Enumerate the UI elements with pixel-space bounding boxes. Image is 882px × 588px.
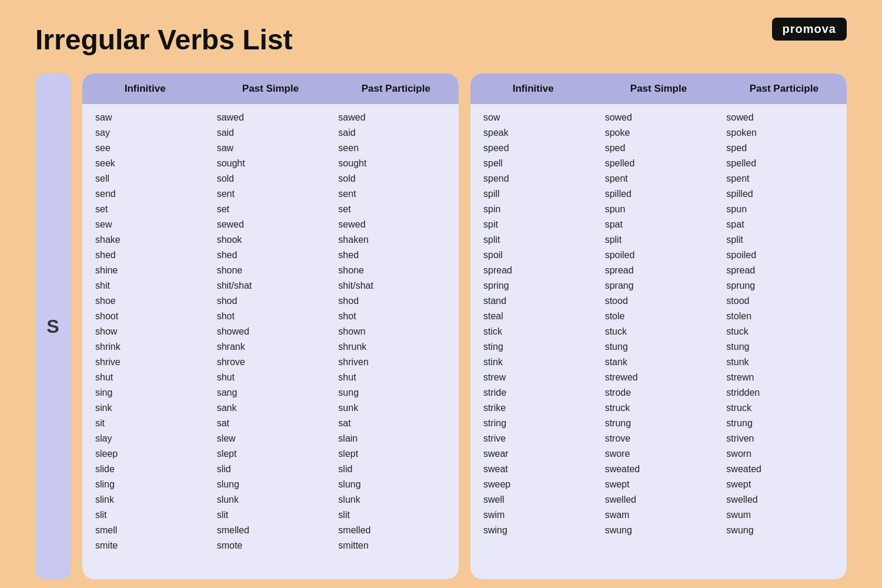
table-cell: spun [598, 202, 720, 217]
table-cell: send [88, 186, 210, 202]
table-cell: seen [331, 141, 453, 156]
table-cell: spelled [598, 156, 720, 171]
table1-col-infinitive: Infinitive [82, 74, 208, 104]
table-cell: sank [210, 400, 332, 416]
table-cell: slit [331, 507, 453, 523]
table-cell: speak [476, 125, 598, 141]
table-row: sweepsweptswept [476, 477, 841, 492]
table-cell: spread [476, 263, 598, 278]
table-cell: strewed [598, 370, 720, 385]
table-row: sweatsweatedsweated [476, 462, 841, 477]
table-cell: split [476, 232, 598, 248]
table-cell: sworn [719, 446, 841, 462]
table-cell: spat [719, 217, 841, 232]
table-cell: slunk [331, 492, 453, 507]
table-cell: sewed [331, 217, 453, 232]
table-cell: stuck [719, 324, 841, 339]
table-row: shakeshookshaken [88, 232, 453, 248]
table-cell: swelled [719, 492, 841, 507]
table-cell: slit [88, 507, 210, 523]
table-cell: swell [476, 492, 598, 507]
table-cell: sold [210, 171, 332, 186]
table-cell: sowed [719, 110, 841, 125]
table-row: shootshotshot [88, 309, 453, 324]
table-row: smellsmelledsmelled [88, 523, 453, 538]
table-cell: spoken [719, 125, 841, 141]
table-cell: spun [719, 202, 841, 217]
table-cell: spilled [719, 186, 841, 202]
main-content: S Infinitive Past Simple Past Participle… [0, 68, 882, 588]
table-cell: shed [210, 248, 332, 263]
table-row: strikestruckstruck [476, 400, 841, 416]
table-cell: sweat [476, 462, 598, 477]
table-row: sowsowedsowed [476, 110, 841, 125]
table-cell: set [331, 202, 453, 217]
table-cell: spent [719, 171, 841, 186]
table-cell: strung [598, 416, 720, 431]
table-cell: shoot [88, 309, 210, 324]
table-row: shedshedshed [88, 248, 453, 263]
table-cell: slink [88, 492, 210, 507]
table-cell: shot [331, 309, 453, 324]
table-cell: strive [476, 431, 598, 446]
table-cell: shit [88, 278, 210, 293]
table2-col-infinitive: Infinitive [470, 74, 596, 104]
table-cell: shod [210, 293, 332, 309]
table-row: shutshutshut [88, 370, 453, 385]
table-cell: stolen [719, 309, 841, 324]
table-cell: swing [476, 523, 598, 538]
table-row: speedspedsped [476, 141, 841, 156]
table-cell: swear [476, 446, 598, 462]
table-cell: saw [210, 141, 332, 156]
table-cell: spoiled [719, 248, 841, 263]
table-cell: swelled [598, 492, 720, 507]
table-cell: swept [719, 477, 841, 492]
table-cell: spent [598, 171, 720, 186]
table-cell: sprang [598, 278, 720, 293]
table-cell: sleep [88, 446, 210, 462]
table-cell: set [88, 202, 210, 217]
table-row: speakspokespoken [476, 125, 841, 141]
table-row: sitsatsat [88, 416, 453, 431]
tables-wrapper: Infinitive Past Simple Past Participle s… [82, 74, 847, 579]
table-cell: strewn [719, 370, 841, 385]
table-row: shrinkshrankshrunk [88, 339, 453, 355]
table2: Infinitive Past Simple Past Participle s… [470, 74, 847, 579]
table-cell: swore [598, 446, 720, 462]
table-cell: swim [476, 507, 598, 523]
table-cell: shoe [88, 293, 210, 309]
table-cell: saw [88, 110, 210, 125]
table-cell: spat [598, 217, 720, 232]
table-cell: stand [476, 293, 598, 309]
table-cell: shone [210, 263, 332, 278]
table-cell: shown [331, 324, 453, 339]
table-cell: sunk [331, 400, 453, 416]
table-cell: shrive [88, 355, 210, 370]
table-cell: sink [88, 400, 210, 416]
table-cell: sat [331, 416, 453, 431]
table-row: stealstolestolen [476, 309, 841, 324]
table-cell: sang [210, 385, 332, 400]
table-cell: slept [210, 446, 332, 462]
table-row: swingswungswung [476, 523, 841, 538]
table-cell: smitten [331, 538, 453, 553]
table-cell: swum [719, 507, 841, 523]
table-row: slideslidslid [88, 462, 453, 477]
table-row: shitshit/shatshit/shat [88, 278, 453, 293]
table-cell: shrink [88, 339, 210, 355]
table-cell: shit/shat [331, 278, 453, 293]
table-row: saysaidsaid [88, 125, 453, 141]
table-cell: sowed [598, 110, 720, 125]
table-cell: sold [331, 171, 453, 186]
table-cell: spin [476, 202, 598, 217]
table-row: singsangsung [88, 385, 453, 400]
table-cell: slain [331, 431, 453, 446]
table-cell: shed [331, 248, 453, 263]
table-cell: sent [210, 186, 332, 202]
table-cell: sped [598, 141, 720, 156]
table-cell: struck [598, 400, 720, 416]
table-cell: spit [476, 217, 598, 232]
table-cell: stride [476, 385, 598, 400]
table-row: spendspentspent [476, 171, 841, 186]
table-cell: struck [719, 400, 841, 416]
